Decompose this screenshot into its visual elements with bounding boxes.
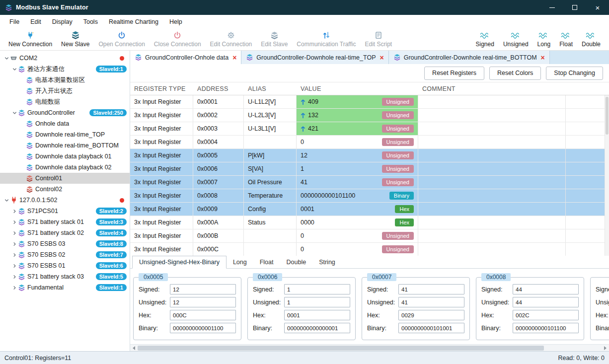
format-tab-long[interactable]: Long xyxy=(227,256,253,268)
menu-tools[interactable]: Tools xyxy=(78,18,103,25)
hex-input[interactable] xyxy=(170,310,236,320)
signed-input[interactable] xyxy=(170,284,236,294)
register-row-0x0002[interactable]: 3x Input Register0x0002U-L2L3[V]132Unsig… xyxy=(130,109,609,122)
menu-display[interactable]: Display xyxy=(47,18,78,25)
close-icon[interactable]: × xyxy=(541,54,545,61)
binary-input[interactable] xyxy=(170,323,236,333)
tree-item-downhole-real-time-top[interactable]: Downhole real-time_TOP xyxy=(0,129,130,140)
register-row-0x0005[interactable]: 3x Input Register0x0005P[kW]12Unsigned xyxy=(130,149,609,162)
register-value-cell[interactable]: 0000000000101100Binary xyxy=(297,189,418,202)
register-value-cell[interactable]: 0Unsigned xyxy=(297,229,418,242)
hex-input[interactable] xyxy=(284,310,350,320)
tree-item-downhole-data-playback-01[interactable]: Downhole data playback 01 xyxy=(0,151,130,162)
tree-item-com2[interactable]: COM2 xyxy=(0,53,130,64)
tree-item-onhole-data[interactable]: Onhole data xyxy=(0,118,130,129)
toolbar-double[interactable]: Double xyxy=(577,30,605,49)
tree-item-s71-battery-stack-01[interactable]: S71 battery stack 01SlaveId:3 xyxy=(0,217,130,227)
menu-file[interactable]: File xyxy=(4,18,25,25)
signed-input[interactable] xyxy=(513,284,579,294)
tab-groundcontroller-onhole-data[interactable]: GroundController-Onhole data× xyxy=(130,51,241,64)
tree-item-control02[interactable]: Control02 xyxy=(0,184,130,195)
register-row-0x0001[interactable]: 3x Input Register0x0001U-L1L2[V]409Unsig… xyxy=(130,95,609,109)
register-row-0x000a[interactable]: 3x Input Register0x000AStatus0000Hex xyxy=(130,216,609,229)
tree-item-s70-esbs-01[interactable]: S70 ESBS 01SlaveId:6 xyxy=(0,260,130,271)
toolbar-edit-slave[interactable]: Edit Slave xyxy=(256,30,292,49)
tree-item-s71-battery-stack-02[interactable]: S71 battery stack 02SlaveId:4 xyxy=(0,227,130,238)
collapse-arrow-icon[interactable] xyxy=(11,111,18,115)
toolbar-edit-connection[interactable]: Edit Connection xyxy=(206,30,257,49)
tree-item-s71-battery-stack-03[interactable]: S71 battery stack 03SlaveId:5 xyxy=(0,271,130,282)
minimize-button[interactable] xyxy=(540,0,563,15)
unsigned-input[interactable] xyxy=(284,297,350,307)
expand-arrow-icon[interactable] xyxy=(11,253,18,257)
unsigned-input[interactable] xyxy=(513,297,579,307)
tree-item-fundamental[interactable]: FundamentalSlaveId:1 xyxy=(0,282,130,293)
tree-item-127-0-0-1-502[interactable]: 127.0.0.1:502 xyxy=(0,195,130,206)
expand-arrow-icon[interactable] xyxy=(11,286,18,290)
signed-input[interactable] xyxy=(398,284,464,294)
table-vertical-scrollbar[interactable] xyxy=(605,95,609,256)
expand-arrow-icon[interactable] xyxy=(11,209,18,214)
register-value-cell[interactable]: 0Unsigned xyxy=(297,136,418,148)
tree-item-control01[interactable]: Control01 xyxy=(0,173,130,184)
binary-input[interactable] xyxy=(398,323,464,333)
tree-item-item[interactable]: 电能数据 xyxy=(0,96,130,107)
register-value-cell[interactable]: 0000Hex xyxy=(297,216,418,229)
register-row-0x0008[interactable]: 3x Input Register0x0008Temperature000000… xyxy=(130,189,609,203)
register-row-0x0007[interactable]: 3x Input Register0x0007Oil Pressure41Uns… xyxy=(130,176,609,189)
maximize-button[interactable] xyxy=(563,0,586,15)
format-tab-double[interactable]: Double xyxy=(280,256,313,268)
register-value-cell[interactable]: 0001Hex xyxy=(297,203,418,216)
expand-arrow-icon[interactable] xyxy=(11,275,18,279)
tab-groundcontroller-downhole-real-time-bottom[interactable]: GroundController-Downhole real-time_BOTT… xyxy=(389,51,550,64)
tree-item-s70-esbs-03[interactable]: S70 ESBS 03SlaveId:8 xyxy=(0,238,130,249)
toolbar-unsigned[interactable]: Unsigned xyxy=(499,30,533,49)
register-row-0x0004[interactable]: 3x Input Register0x00040Unsigned xyxy=(130,136,609,149)
stop-changing-button[interactable]: Stop Changing xyxy=(546,67,603,80)
expand-arrow-icon[interactable] xyxy=(11,220,18,224)
close-button[interactable]: × xyxy=(586,0,609,15)
menu-realtime-charting[interactable]: Realtime Charting xyxy=(103,18,164,25)
binary-input[interactable] xyxy=(284,323,350,333)
tree-item-downhole-real-time-bottom[interactable]: Downhole real-time_BOTTOM xyxy=(0,140,130,151)
column-header-register-type[interactable]: REGISTER TYPE xyxy=(130,82,193,95)
column-header-address[interactable]: ADDRESS xyxy=(193,82,244,95)
tree-item-item[interactable]: 雅达方案通信SlaveId:1 xyxy=(0,64,130,74)
toolbar-new-connection[interactable]: New Connection xyxy=(4,30,57,49)
register-row-0x0009[interactable]: 3x Input Register0x0009Config0001Hex xyxy=(130,203,609,216)
column-header-alias[interactable]: ALIAS xyxy=(244,82,297,95)
column-header-comment[interactable]: COMMENT xyxy=(418,82,566,95)
toolbar-long[interactable]: Long xyxy=(533,30,555,49)
toolbar-float[interactable]: Float xyxy=(555,30,577,49)
tree-item-s71pcs01[interactable]: S71PCS01SlaveId:2 xyxy=(0,206,130,217)
expand-arrow-icon[interactable] xyxy=(11,242,18,246)
binary-input[interactable] xyxy=(513,323,579,333)
horizontal-scrollbar-thumb[interactable] xyxy=(138,346,544,351)
menu-help[interactable]: Help xyxy=(164,18,188,25)
menu-edit[interactable]: Edit xyxy=(25,18,47,25)
tab-groundcontroller-downhole-real-time-top[interactable]: GroundController-Downhole real-time_TOP× xyxy=(241,51,388,64)
unsigned-input[interactable] xyxy=(170,297,236,307)
register-value-cell[interactable]: 0Unsigned xyxy=(297,243,418,256)
tree-item-downhole-data-playback-02[interactable]: Downhole data playback 02 xyxy=(0,162,130,173)
register-row-0x0006[interactable]: 3x Input Register0x0006S[VA]1Unsigned xyxy=(130,162,609,176)
format-tab-float[interactable]: Float xyxy=(253,256,280,268)
tree-item-item[interactable]: 电基本测量数据区 xyxy=(0,74,130,85)
collapse-arrow-icon[interactable] xyxy=(3,56,10,61)
hex-input[interactable] xyxy=(398,310,464,320)
scroll-right-arrow[interactable] xyxy=(602,345,609,351)
register-row-0x000c[interactable]: 3x Input Register0x000C0Unsigned xyxy=(130,243,609,256)
toolbar-close-connection[interactable]: Close Connection xyxy=(150,30,206,49)
reset-colors-button[interactable]: Reset Colors xyxy=(489,67,541,80)
format-tab-unsigned-signed-hex-binary[interactable]: Unsigned-Signed-Hex-Binary xyxy=(132,256,227,269)
vertical-scrollbar-thumb[interactable] xyxy=(606,97,609,135)
reset-registers-button[interactable]: Reset Registers xyxy=(424,67,484,80)
register-row-0x000b[interactable]: 3x Input Register0x000B0Unsigned xyxy=(130,229,609,243)
hex-input[interactable] xyxy=(513,310,579,320)
expand-arrow-icon[interactable] xyxy=(11,231,18,235)
signed-input[interactable] xyxy=(284,284,350,294)
format-tab-string[interactable]: String xyxy=(312,256,342,268)
register-value-cell[interactable]: 12Unsigned xyxy=(297,149,418,162)
register-value-cell[interactable]: 41Unsigned xyxy=(297,176,418,189)
horizontal-scrollbar[interactable] xyxy=(130,344,609,351)
